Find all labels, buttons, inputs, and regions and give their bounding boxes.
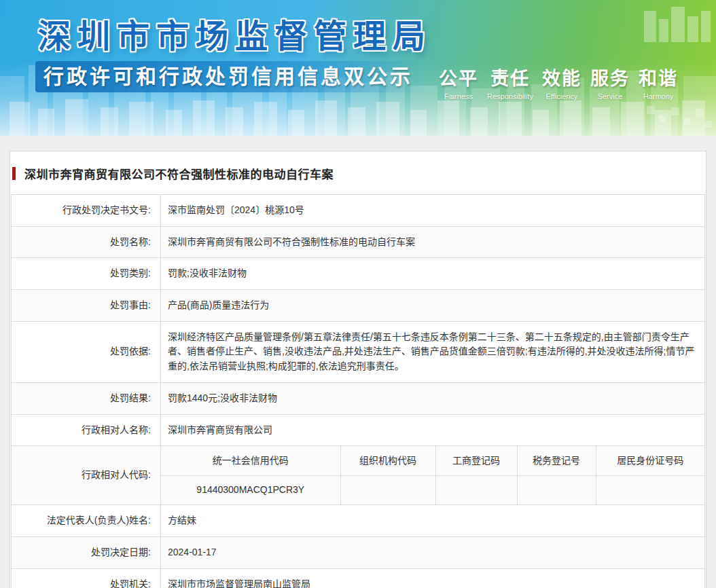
slogan-item-responsibility: 责任 Responsibility <box>487 64 533 100</box>
field-label-penalty-reason: 处罚事由: <box>12 290 161 322</box>
row-authority: 处罚机关: 深圳市市场监督管理局南山监管局 <box>12 568 705 588</box>
slogan-cn: 服务 <box>590 64 630 90</box>
row-party-codes: 行政相对人代码: 统一社会信用代码 组织机构代码 工商登记码 税务登记号 居民身… <box>12 446 705 505</box>
row-legal-rep: 法定代表人(负责人)姓名: 方结妹 <box>12 505 705 537</box>
codes-value-tax <box>517 475 596 504</box>
slogan-strip: 公平 Fairness 责任 Responsibility 效能 Efficie… <box>439 64 678 100</box>
field-value-doc-no: 深市监南处罚〔2024〕桃源10号 <box>161 195 705 227</box>
slogan-cn: 公平 <box>439 64 478 90</box>
slogan-en: Harmony <box>639 92 678 100</box>
field-label-legal-rep: 法定代表人(负责人)姓名: <box>12 505 161 537</box>
slogan-en: Responsibility <box>487 92 533 100</box>
slogan-item-harmony: 和谐 Harmony <box>639 64 678 100</box>
row-decision-date: 处罚决定日期: 2024-01-17 <box>12 536 705 568</box>
codes-header-org: 组织机构代码 <box>340 446 435 475</box>
case-title: 深圳市奔宵商贸有限公司不符合强制性标准的电动自行车案 <box>24 165 334 182</box>
row-party-name: 行政相对人名称: 深圳市奔宵商贸有限公司 <box>12 414 705 446</box>
slogan-cn: 效能 <box>542 64 581 90</box>
codes-header-tax: 税务登记号 <box>517 446 596 475</box>
field-label-doc-no: 行政处罚决定书文号: <box>12 195 161 227</box>
codes-header-biz: 工商登记码 <box>435 446 517 475</box>
row-penalty-name: 处罚名称: 深圳市奔宵商贸有限公司不符合强制性标准的电动自行车案 <box>12 226 705 258</box>
field-label-penalty-result: 处罚结果: <box>12 382 161 414</box>
row-penalty-result: 处罚结果: 罚款1440元;没收非法财物 <box>12 382 705 414</box>
field-value-authority: 深圳市市场监督管理局南山监管局 <box>161 568 705 588</box>
row-doc-no: 行政处罚决定书文号: 深市监南处罚〔2024〕桃源10号 <box>12 195 705 227</box>
codes-value-row: 91440300MACQ1PCR3Y <box>161 475 704 504</box>
title-marker-bar <box>12 167 16 180</box>
field-label-decision-date: 处罚决定日期: <box>12 536 161 568</box>
codes-value-uscc: 91440300MACQ1PCR3Y <box>161 475 340 504</box>
slogan-cn: 责任 <box>487 64 533 90</box>
field-value-penalty-name: 深圳市奔宵商贸有限公司不符合强制性标准的电动自行车案 <box>161 226 705 258</box>
codes-value-org <box>340 475 435 504</box>
row-penalty-type: 处罚类别: 罚款;没收非法财物 <box>12 258 705 290</box>
site-header: 深圳市市场监督管理局 行政许可和行政处罚信用信息双公示 公平 Fairness … <box>0 0 716 136</box>
field-label-penalty-type: 处罚类别: <box>12 258 161 290</box>
slogan-en: Service <box>590 92 630 100</box>
field-label-party-codes: 行政相对人代码: <box>12 446 161 505</box>
field-label-penalty-name: 处罚名称: <box>12 226 161 258</box>
codes-header-id: 居民身份证号码 <box>596 446 704 475</box>
content-panel: 深圳市奔宵商贸有限公司不符合强制性标准的电动自行车案 行政处罚决定书文号: 深市… <box>10 151 706 588</box>
codes-header-row: 统一社会信用代码 组织机构代码 工商登记码 税务登记号 居民身份证号码 <box>161 446 704 475</box>
field-value-party-name: 深圳市奔宵商贸有限公司 <box>161 414 705 446</box>
party-codes-table: 统一社会信用代码 组织机构代码 工商登记码 税务登记号 居民身份证号码 9144… <box>161 446 704 504</box>
page: 深圳市市场监督管理局 行政许可和行政处罚信用信息双公示 公平 Fairness … <box>0 0 716 588</box>
row-penalty-reason: 处罚事由: 产品(商品)质量违法行为 <box>12 290 705 322</box>
slogan-item-fairness: 公平 Fairness <box>439 64 478 100</box>
row-penalty-basis: 处罚依据: 深圳经济特区产品质量管理条例/第五章法律责任/第五十七条违反本条例第… <box>12 321 705 382</box>
slogan-cn: 和谐 <box>639 64 678 90</box>
field-value-penalty-type: 罚款;没收非法财物 <box>161 258 705 290</box>
field-value-penalty-result: 罚款1440元;没收非法财物 <box>161 382 705 414</box>
field-label-party-name: 行政相对人名称: <box>12 414 161 446</box>
codes-value-id <box>596 475 704 504</box>
codes-header-uscc: 统一社会信用代码 <box>161 446 340 475</box>
site-subtitle: 行政许可和行政处罚信用信息双公示 <box>43 65 413 88</box>
field-value-penalty-basis: 深圳经济特区产品质量管理条例/第五章法律责任/第五十七条违反本条例第二十三条、第… <box>161 321 705 382</box>
penalty-info-table: 行政处罚决定书文号: 深市监南处罚〔2024〕桃源10号 处罚名称: 深圳市奔宵… <box>11 194 705 588</box>
field-value-penalty-reason: 产品(商品)质量违法行为 <box>161 290 705 322</box>
slogan-item-efficiency: 效能 Efficiency <box>542 64 581 100</box>
party-codes-cell: 统一社会信用代码 组织机构代码 工商登记码 税务登记号 居民身份证号码 9144… <box>161 446 705 505</box>
field-value-decision-date: 2024-01-17 <box>161 536 705 568</box>
site-title: 深圳市市场监督管理局 <box>38 10 432 57</box>
codes-value-biz <box>435 475 517 504</box>
site-subtitle-band: 行政许可和行政处罚信用信息双公示 <box>35 61 424 92</box>
slogan-item-service: 服务 Service <box>590 64 630 100</box>
slogan-en: Fairness <box>439 92 478 100</box>
case-title-row: 深圳市奔宵商贸有限公司不符合强制性标准的电动自行车案 <box>11 165 705 182</box>
field-label-penalty-basis: 处罚依据: <box>12 321 161 382</box>
field-value-legal-rep: 方结妹 <box>161 505 705 537</box>
slogan-en: Efficiency <box>542 92 581 100</box>
field-label-authority: 处罚机关: <box>12 568 161 588</box>
